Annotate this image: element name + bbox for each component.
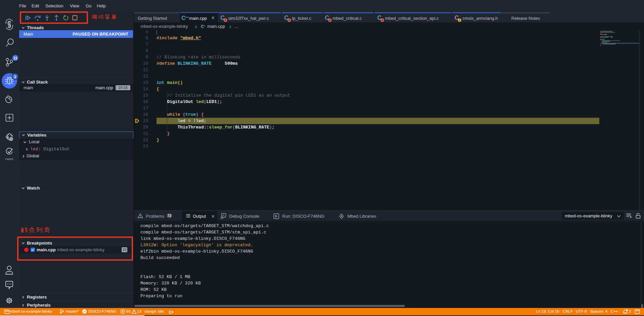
svg-text:11: 11 bbox=[13, 56, 17, 60]
svg-text:1: 1 bbox=[14, 75, 16, 79]
svg-text:CMSIS: CMSIS bbox=[5, 158, 13, 161]
svg-text:+: + bbox=[204, 24, 206, 28]
svg-text:++: ++ bbox=[185, 15, 189, 19]
